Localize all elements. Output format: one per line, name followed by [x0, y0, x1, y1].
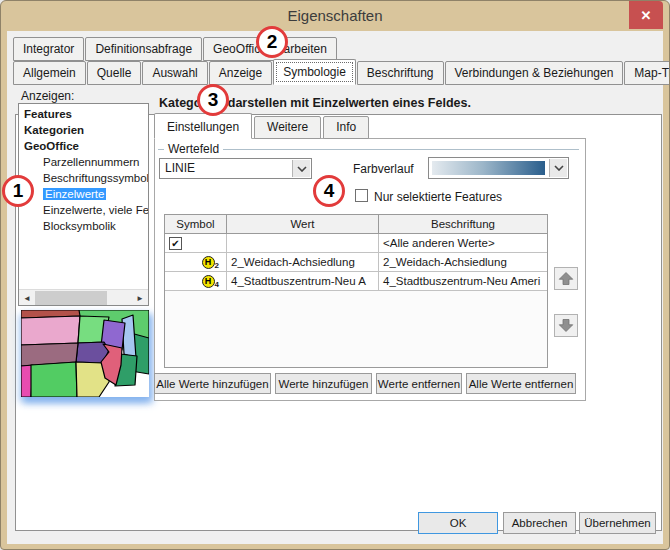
tab-allgemein[interactable]: Allgemein [13, 61, 86, 85]
map-preview [21, 310, 149, 397]
scroll-left-icon[interactable]: ◄ [19, 290, 35, 306]
show-label: Anzeigen: [21, 89, 74, 103]
close-button[interactable]: ✕ [629, 1, 663, 29]
annotation-circle-2: 2 [256, 26, 288, 58]
tab-verbindungen[interactable]: Verbindungen & Beziehungen [445, 61, 624, 85]
remove-all-values-button[interactable]: Alle Werte entfernen [466, 373, 576, 394]
map-preview-image [21, 310, 149, 397]
column-header-wert: Wert [227, 215, 379, 233]
only-selected-checkbox[interactable] [355, 189, 368, 202]
list-item-geooffice[interactable]: GeoOffice [19, 138, 148, 154]
table-header-row: Symbol Wert Beschriftung [165, 215, 547, 234]
list-item-parzellennummern[interactable]: Parzellennummern [19, 154, 148, 170]
tab-map-tipps[interactable]: Map-Tipps [624, 61, 670, 85]
bus-stop-symbol-h2-icon: H2 [202, 255, 219, 270]
color-ramp-gradient [432, 161, 545, 175]
annotation-circle-3: 3 [197, 84, 229, 116]
table-row-weidach[interactable]: H2 2_Weidach-Achsiedlung 2_Weidach-Achsi… [165, 253, 547, 272]
horizontal-scrollbar[interactable]: ◄ ► [19, 289, 148, 305]
tab-auswahl[interactable]: Auswahl [142, 61, 207, 85]
tab-anzeige[interactable]: Anzeige [209, 61, 272, 85]
bus-stop-symbol-h4-icon: H4 [202, 274, 219, 289]
tab-beschriftung[interactable]: Beschriftung [357, 61, 444, 85]
color-ramp-label: Farbverlauf [353, 162, 414, 176]
apply-button[interactable]: Übernehmen [579, 512, 656, 534]
list-item-blocksymbolik[interactable]: Blocksymbolik [19, 218, 148, 234]
list-item-beschriftungssymbol[interactable]: Beschriftungssymbol [19, 170, 148, 186]
titlebar[interactable]: Eigenschaften ✕ [1, 1, 669, 31]
close-icon: ✕ [641, 8, 652, 23]
move-down-button[interactable] [554, 314, 578, 337]
move-up-button[interactable] [554, 267, 578, 290]
arrow-up-icon [557, 270, 575, 287]
value-field-selected: LINIE [165, 159, 195, 178]
ok-button[interactable]: OK [418, 512, 498, 534]
add-all-values-button[interactable]: Alle Werte hinzufügen [154, 373, 271, 394]
remove-values-button[interactable]: Werte entfernen [376, 373, 462, 394]
window-title: Eigenschaften [1, 1, 669, 31]
tab-quelle[interactable]: Quelle [87, 61, 142, 85]
check-icon: ✔ [171, 238, 179, 249]
cancel-button[interactable]: Abbrechen [503, 512, 576, 534]
table-row-stadtbuszentrum[interactable]: H4 4_Stadtbuszentrum-Neu A 4_Stadtbuszen… [165, 272, 547, 291]
chevron-down-icon[interactable] [292, 160, 310, 177]
annotation-circle-4: 4 [313, 175, 345, 207]
tab-weitere[interactable]: Weitere [254, 116, 321, 139]
arrow-down-icon [557, 317, 575, 334]
properties-dialog: Eigenschaften ✕ Integrator Definitionsab… [0, 0, 670, 550]
settings-tab-strip: Einstellungen Weitere Info [154, 116, 371, 139]
color-ramp-dropdown[interactable] [428, 157, 569, 179]
scroll-right-icon[interactable]: ► [132, 290, 148, 306]
list-item-einzelwerte[interactable]: Einzelwerte [19, 186, 148, 202]
table-row-all-other-values[interactable]: ✔ <Alle anderen Werte> [165, 234, 547, 253]
scrollbar-thumb[interactable] [35, 291, 107, 305]
tab-symbologie[interactable]: Symbologie [273, 59, 356, 85]
symbology-category-list: Features Kategorien GeoOffice Parzellenn… [18, 103, 149, 306]
all-other-values-checkbox[interactable]: ✔ [169, 237, 182, 250]
tab-info[interactable]: Info [323, 116, 369, 139]
value-field-dropdown[interactable]: LINIE [159, 158, 312, 179]
column-header-symbol: Symbol [165, 215, 227, 233]
list-item-einzelwerte-viele[interactable]: Einzelwerte, viele Fe [19, 202, 148, 218]
tab-strip-secondary: Integrator Definitionsabfrage GeoOffice … [13, 37, 338, 61]
add-values-button[interactable]: Werte hinzufügen [275, 373, 372, 394]
only-selected-label: Nur selektierte Features [374, 190, 502, 204]
values-table: Symbol Wert Beschriftung ✔ <Alle anderen… [164, 214, 548, 368]
tab-strip-main: Allgemein Quelle Auswahl Anzeige Symbolo… [13, 61, 670, 85]
tab-definitionsabfrage[interactable]: Definitionsabfrage [85, 37, 202, 61]
annotation-circle-1: 1 [2, 175, 34, 207]
list-item-kategorien[interactable]: Kategorien [19, 122, 148, 138]
column-header-beschriftung: Beschriftung [379, 215, 547, 233]
tab-einstellungen[interactable]: Einstellungen [154, 113, 252, 139]
chevron-down-icon[interactable] [549, 159, 567, 177]
wertefeld-group-label: Wertefeld [164, 142, 223, 156]
tab-integrator[interactable]: Integrator [13, 37, 84, 61]
list-item-features[interactable]: Features [19, 106, 148, 122]
